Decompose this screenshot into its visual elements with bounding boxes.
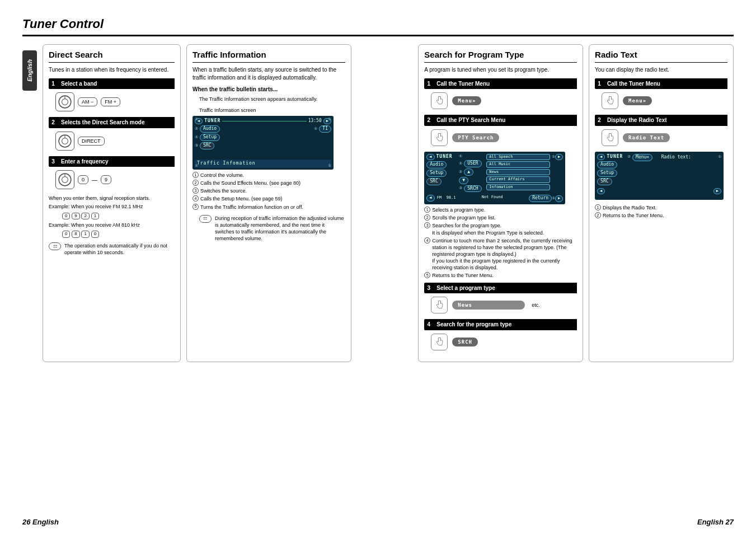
news-button[interactable]: News <box>452 301 525 310</box>
etc-label: etc. <box>532 302 540 308</box>
marker-3: ③ <box>195 143 198 148</box>
fm-button[interactable]: FM + <box>101 97 120 106</box>
marker-user: ④ <box>459 161 462 166</box>
list-item: 5Turns the Traffic Information function … <box>192 204 345 210</box>
knob-icon <box>55 132 74 151</box>
step-number: 3 <box>49 156 58 167</box>
step-label: Search for the program type <box>433 319 577 330</box>
step-label: Call the Tuner Menu <box>433 78 577 90</box>
list-item: 1Selects a program type. <box>424 207 577 213</box>
marker-1: ① <box>195 117 198 122</box>
note-text: During reception of traffic information … <box>215 215 345 242</box>
pty-item[interactable]: News <box>486 169 550 175</box>
pty-item[interactable]: All Speech <box>486 154 550 160</box>
menu-button[interactable]: Menu» <box>623 96 652 105</box>
step-label: Call the Tuner Menu <box>604 78 727 90</box>
list-item: 1Displays the Radio Text. <box>595 204 727 211</box>
step-number: 1 <box>424 78 433 90</box>
touch-icon <box>431 129 448 146</box>
knob-icon <box>55 170 74 189</box>
section-intro: A program is tuned when you set its prog… <box>424 66 577 74</box>
section-title: Direct Search <box>49 49 175 63</box>
step-label: Select a program type <box>433 283 577 294</box>
chapter-rule <box>22 35 734 36</box>
list-item: 2Calls the Sound Effects Menu. (see page… <box>192 180 345 186</box>
marker-br: ① <box>328 163 331 168</box>
screen-return-button[interactable]: Return <box>529 195 552 202</box>
screen-tuner-label: TUNER <box>204 118 220 124</box>
callout-list: 1Displays the Radio Text. 2Returns to th… <box>595 204 727 219</box>
screen-tuner-label: TUNER <box>436 154 453 160</box>
screen-time: 13:50 <box>308 118 322 124</box>
step-label: Call the PTY Search Menu <box>433 115 577 126</box>
pty-search-button[interactable]: PTY Search <box>452 133 499 142</box>
pty-item[interactable]: Infomation <box>486 184 550 190</box>
marker-5: ⑤ <box>328 117 331 122</box>
direct-button[interactable]: DIRECT <box>78 137 105 146</box>
screen-src-button[interactable]: SRC <box>426 178 441 185</box>
screen-setup-button[interactable]: Setup <box>426 170 447 177</box>
step-2: 2 Display the Radio Text <box>595 115 727 126</box>
screen-up-button[interactable]: ▲ <box>464 168 473 176</box>
step-1: 1 Call the Tuner Menu <box>424 78 577 90</box>
body-text: When you enter them, signal reception st… <box>49 195 175 202</box>
dash-label: — <box>92 176 97 184</box>
marker-ti: ⑤ <box>314 127 317 132</box>
marker-2: ② <box>627 154 631 160</box>
pty-screen: ◀TUNER Audio Setup SRC ④ ④USER ②▲ ▼ <box>424 152 565 204</box>
keyseq-key: 1 <box>91 213 99 220</box>
knob-icon <box>55 92 74 111</box>
screen-tuner-label: TUNER <box>607 154 623 160</box>
screen-down-button[interactable]: ▼ <box>459 177 468 184</box>
screen-audio-button[interactable]: Audio <box>200 125 220 133</box>
keyseq-key: 9 <box>72 213 79 220</box>
radio-text-button[interactable]: Radio Text <box>623 133 670 142</box>
touch-icon <box>602 129 618 146</box>
screen-src-button[interactable]: SRC <box>200 142 214 149</box>
step-label: Display the Radio Text <box>604 115 727 126</box>
screen-audio-button[interactable]: Audio <box>597 161 617 168</box>
pty-item[interactable]: All Music <box>486 161 550 167</box>
touch-icon <box>431 92 448 109</box>
screen-setup-button[interactable]: Setup <box>597 170 617 177</box>
pty-item[interactable]: Current Affairs <box>486 176 550 182</box>
screen-audio-button[interactable]: Audio <box>426 161 447 168</box>
srch-button[interactable]: SRCH <box>452 338 478 346</box>
screen-setup-button[interactable]: Setup <box>200 134 220 141</box>
am-button[interactable]: AM − <box>78 97 97 106</box>
svg-point-7 <box>62 177 68 183</box>
callout-list: 1Control the volume. 2Calls the Sound Ef… <box>192 172 345 210</box>
screen-user-button[interactable]: USER <box>464 160 481 167</box>
screen-ti-button[interactable]: TI <box>319 125 331 133</box>
screen-back: ◀ <box>426 154 434 160</box>
menu-button[interactable]: Menu» <box>452 96 481 105</box>
screen-src-button[interactable]: SRC <box>597 178 612 185</box>
screen-srch-button[interactable]: SRCH <box>464 185 481 193</box>
list-item: 3Searches for the program type. It is di… <box>424 222 577 236</box>
touch-icon <box>602 92 618 109</box>
key-0-button[interactable]: 0 <box>78 175 88 184</box>
example-2: Example: When you receive AM 810 kHz <box>49 222 175 228</box>
screen-freq: 98.1 <box>447 195 456 200</box>
step-1: 1 Select a band <box>49 78 175 90</box>
section-intro: When a traffic bulletin starts, any sour… <box>192 66 345 81</box>
keyseq-key: 8 <box>72 231 79 238</box>
marker-3: ③ <box>459 186 462 191</box>
key-9-button[interactable]: 9 <box>101 175 111 184</box>
screen-back: ◀ <box>597 154 605 160</box>
marker-1: ① <box>718 154 721 160</box>
marker-2: ② <box>459 170 462 175</box>
section-intro: You can display the radio text. <box>595 66 727 74</box>
section-traffic-info: Traffic Information When a traffic bulle… <box>186 44 351 362</box>
screen-menu-button[interactable]: Menu« <box>632 154 652 161</box>
section-radio-text: Radio Text You can display the radio tex… <box>589 44 734 362</box>
subheading: When the traffic bulletin starts... <box>192 86 345 93</box>
section-title: Search for Program Type <box>424 49 577 63</box>
step-3: 3 Enter a frequency <box>49 156 175 167</box>
step-number: 1 <box>49 78 58 90</box>
step-2: 2 Call the PTY Search Menu <box>424 115 577 126</box>
keyseq-key: 2 <box>81 213 89 220</box>
language-tab-label: English <box>26 59 33 82</box>
list-item: 1Control the volume. <box>192 172 345 179</box>
screen-band: FM <box>437 195 442 200</box>
